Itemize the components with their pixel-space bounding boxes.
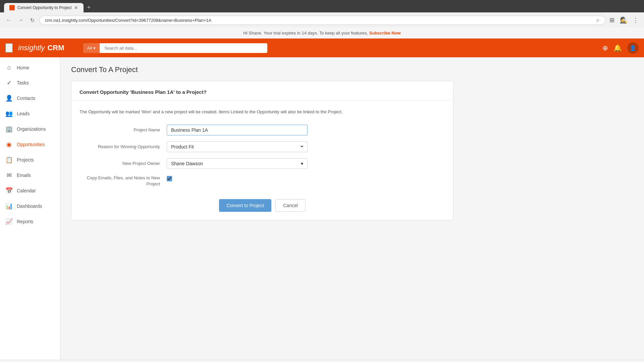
chevron-down-icon: ▾ xyxy=(93,46,96,51)
sidebar-item-calendar[interactable]: 📅 Calendar xyxy=(0,183,60,198)
logo-text: insightly xyxy=(18,44,45,52)
tab-close-button[interactable]: ✕ xyxy=(74,5,78,10)
logo-area: insightly CRM xyxy=(18,44,64,52)
crm-label: CRM xyxy=(47,44,64,52)
sidebar-item-opportunities-label: Opportunities xyxy=(17,142,45,147)
tasks-icon: ✓ xyxy=(5,79,13,86)
add-button[interactable]: ⊕ xyxy=(602,44,608,52)
sidebar-item-leads-label: Leads xyxy=(17,111,30,116)
sidebar-item-tasks[interactable]: ✓ Tasks xyxy=(0,75,60,90)
sidebar-item-organizations[interactable]: 🏢 Organizations xyxy=(0,121,60,137)
extensions-button[interactable]: ⊞ xyxy=(608,15,616,25)
browser-chrome: Convert Opportunity to Project ✕ + xyxy=(0,0,644,12)
owner-control: Shane Dawson ▾ xyxy=(167,158,308,169)
back-button[interactable]: ← xyxy=(4,16,13,24)
card-heading: Convert Opportunity 'Business Plan 1A' t… xyxy=(79,89,445,95)
sidebar-item-emails[interactable]: ✉ Emails xyxy=(0,168,60,183)
copy-control xyxy=(167,175,172,182)
sidebar-item-projects[interactable]: 📋 Projects xyxy=(0,152,60,168)
home-icon: ⌂ xyxy=(5,64,13,71)
search-area: All ▾ xyxy=(83,43,584,53)
browser-controls: ← → ↻ crm.na1.insightly.com/Opportunitie… xyxy=(0,12,644,28)
user-avatar[interactable]: 👤 xyxy=(627,42,639,54)
sidebar-item-calendar-label: Calendar xyxy=(17,188,36,193)
owner-label: New Project Owner xyxy=(79,161,167,166)
search-type-dropdown[interactable]: All ▾ xyxy=(83,43,100,53)
project-name-control xyxy=(167,125,308,135)
sidebar-item-projects-label: Projects xyxy=(17,157,34,163)
app-header: ☰ insightly CRM All ▾ ⊕ 🔔 👤 xyxy=(0,39,644,57)
chevron-down-icon: ▾ xyxy=(301,161,303,166)
calendar-icon: 📅 xyxy=(5,187,13,194)
divider xyxy=(71,100,453,101)
forward-button[interactable]: → xyxy=(16,16,25,24)
sidebar-item-home-label: Home xyxy=(17,65,29,70)
dashboards-icon: 📊 xyxy=(5,202,13,210)
convert-to-project-button[interactable]: Convert to Project xyxy=(219,199,271,212)
opportunities-icon: ◉ xyxy=(5,141,13,148)
trial-banner: Hi Shane. Your trial expires in 14 days.… xyxy=(0,28,644,39)
browser-tabs: Convert Opportunity to Project ✕ + xyxy=(4,3,640,12)
tab-favicon xyxy=(9,5,15,10)
browser-actions: ⊞ 🕵 ⋮ xyxy=(608,15,640,25)
page-footer: Customer Support Blog API 📱 Android App … xyxy=(0,360,644,362)
reason-select[interactable]: Product Fit Price Relationship Other xyxy=(167,141,308,152)
main-content: Convert To A Project Convert Opportunity… xyxy=(60,57,644,360)
reports-icon: 📈 xyxy=(5,218,13,225)
search-type-label: All xyxy=(87,46,92,51)
button-row: Convert to Project Cancel xyxy=(79,196,445,212)
convert-card: Convert Opportunity 'Business Plan 1A' t… xyxy=(71,81,453,220)
active-tab[interactable]: Convert Opportunity to Project ✕ xyxy=(4,3,84,12)
projects-icon: 📋 xyxy=(5,156,13,164)
sidebar-item-home[interactable]: ⌂ Home xyxy=(0,60,60,75)
sidebar-item-emails-label: Emails xyxy=(17,173,31,178)
trial-text: Hi Shane. Your trial expires in 14 days.… xyxy=(243,31,369,36)
contacts-icon: 👤 xyxy=(5,95,13,102)
incognito-button[interactable]: 🕵 xyxy=(619,15,629,25)
header-actions: ⊕ 🔔 👤 xyxy=(602,42,639,54)
project-name-label: Project Name xyxy=(79,127,167,132)
copy-label: Copy Emails, Files, and Notes to New Pro… xyxy=(79,175,167,187)
reason-label: Reason for Winning Opportunity xyxy=(79,144,167,149)
copy-row: Copy Emails, Files, and Notes to New Pro… xyxy=(79,175,445,187)
emails-icon: ✉ xyxy=(5,172,13,179)
sidebar-item-contacts-label: Contacts xyxy=(17,96,35,101)
url-text: crm.na1.insightly.com/Opportunities/Conv… xyxy=(45,18,596,23)
hamburger-menu[interactable]: ☰ xyxy=(5,43,13,53)
subscribe-link[interactable]: Subscribe Now xyxy=(369,31,401,36)
owner-select[interactable]: Shane Dawson ▾ xyxy=(167,158,308,169)
reason-row: Reason for Winning Opportunity Product F… xyxy=(79,141,445,152)
project-name-input[interactable] xyxy=(167,125,308,135)
sidebar-item-reports[interactable]: 📈 Reports xyxy=(0,214,60,229)
sidebar-item-dashboards[interactable]: 📊 Dashboards xyxy=(0,198,60,214)
reload-button[interactable]: ↻ xyxy=(28,16,37,25)
project-name-row: Project Name xyxy=(79,125,445,135)
sidebar-item-tasks-label: Tasks xyxy=(17,80,29,85)
page-title: Convert To A Project xyxy=(71,65,633,74)
reason-control: Product Fit Price Relationship Other xyxy=(167,141,308,152)
owner-value: Shane Dawson xyxy=(171,161,203,166)
sidebar: ⌂ Home ✓ Tasks 👤 Contacts 👥 Leads 🏢 Orga… xyxy=(0,57,60,360)
new-tab-button[interactable]: + xyxy=(84,3,93,12)
sidebar-item-dashboards-label: Dashboards xyxy=(17,203,42,209)
more-button[interactable]: ⋮ xyxy=(631,15,640,25)
sidebar-item-reports-label: Reports xyxy=(17,219,33,224)
search-input[interactable] xyxy=(100,43,267,53)
sidebar-item-opportunities[interactable]: ◉ Opportunities xyxy=(0,137,60,152)
address-bar[interactable]: crm.na1.insightly.com/Opportunities/Conv… xyxy=(39,16,605,25)
sidebar-item-organizations-label: Organizations xyxy=(17,126,46,132)
copy-checkbox[interactable] xyxy=(167,176,172,181)
leads-icon: 👥 xyxy=(5,110,13,117)
organizations-icon: 🏢 xyxy=(5,125,13,133)
tab-title: Convert Opportunity to Project xyxy=(17,5,71,10)
card-description: The Opportunity will be marked 'Won' and… xyxy=(79,109,445,115)
sidebar-item-contacts[interactable]: 👤 Contacts xyxy=(0,90,60,106)
bookmark-icon: ☆ xyxy=(596,18,600,23)
app-body: ⌂ Home ✓ Tasks 👤 Contacts 👥 Leads 🏢 Orga… xyxy=(0,57,644,360)
notifications-button[interactable]: 🔔 xyxy=(613,44,622,52)
cancel-button[interactable]: Cancel xyxy=(275,199,306,212)
owner-row: New Project Owner Shane Dawson ▾ xyxy=(79,158,445,169)
sidebar-item-leads[interactable]: 👥 Leads xyxy=(0,106,60,121)
